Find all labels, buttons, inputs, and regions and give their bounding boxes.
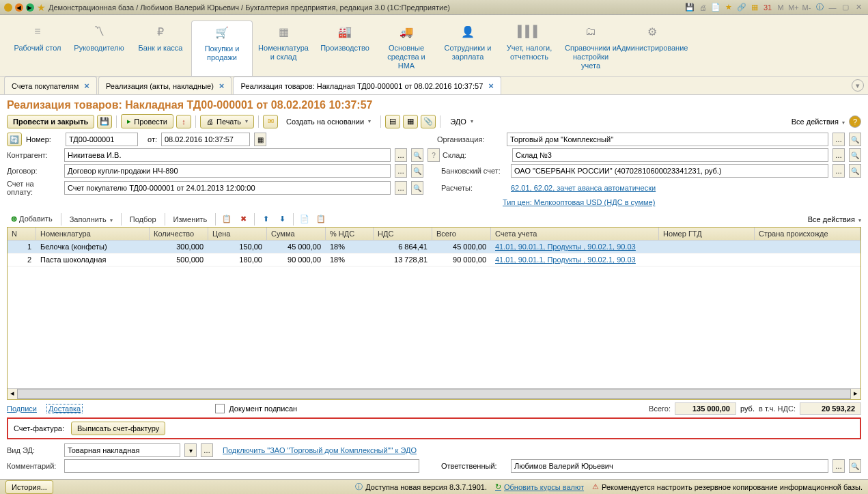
tab-0[interactable]: Счета покупателям× xyxy=(4,77,97,94)
fill-button[interactable]: Заполнить ▾ xyxy=(66,213,117,225)
ed-input[interactable] xyxy=(64,443,180,457)
org-input[interactable] xyxy=(507,133,828,146)
tab-close-icon[interactable]: × xyxy=(84,81,89,91)
mail-button[interactable]: ✉ xyxy=(263,115,278,128)
delivery-link[interactable]: Доставка xyxy=(46,404,83,413)
nav-tax[interactable]: ▌▌▌Учет, налоги, отчетность xyxy=(499,20,560,76)
attach-button[interactable]: 📎 xyxy=(421,115,436,128)
dropdown-button[interactable]: ▾ xyxy=(184,443,197,457)
mminus-btn[interactable]: M- xyxy=(801,2,812,13)
search-button[interactable]: 🔍 xyxy=(849,459,861,473)
save-button[interactable]: 💾 xyxy=(97,115,112,128)
col-nom[interactable]: Номенклатура xyxy=(36,228,150,240)
nav-stock[interactable]: ▦Номенклатура и склад xyxy=(253,20,314,76)
signed-checkbox[interactable] xyxy=(215,404,225,413)
counter-input[interactable] xyxy=(64,148,391,162)
search-button[interactable]: 🔍 xyxy=(849,133,861,146)
accounts-link[interactable]: 41.01, 90.01.1, Продукты , 90.02.1, 90.0… xyxy=(495,256,636,264)
col-vat[interactable]: НДС xyxy=(374,228,432,240)
select-button[interactable]: … xyxy=(832,133,845,146)
select-button[interactable]: … xyxy=(395,148,407,162)
invoice-input[interactable] xyxy=(64,181,391,195)
col-vatpct[interactable]: % НДС xyxy=(326,228,374,240)
comment-input[interactable] xyxy=(64,459,419,473)
tab-close-icon[interactable]: × xyxy=(488,81,494,91)
nav-sales[interactable]: 🛒Покупки и продажи xyxy=(191,20,253,76)
tab-close-icon[interactable]: × xyxy=(219,81,225,91)
post-button[interactable]: ▸Провести xyxy=(121,114,173,128)
tabs-menu-icon[interactable]: ▾ xyxy=(852,79,864,92)
h-scrollbar[interactable]: ◂▸ xyxy=(8,388,860,399)
edo-button[interactable]: ЭДО▾ xyxy=(445,115,479,128)
signatures-link[interactable]: Подписи xyxy=(7,404,37,413)
col-sum[interactable]: Сумма xyxy=(267,228,326,240)
select-button[interactable]: … xyxy=(395,181,407,195)
nav-desktop[interactable]: ≡Рабочий стол xyxy=(7,20,68,76)
back-icon[interactable]: ◄ xyxy=(15,3,23,12)
create-invoice-button[interactable]: Выписать счет-фактуру xyxy=(71,422,165,435)
select-button[interactable]: … xyxy=(395,164,407,178)
link-icon[interactable]: 🔗 xyxy=(736,2,747,13)
grid-body[interactable]: 1 Белочка (конфеты) 300,000 150,00 45 00… xyxy=(8,241,860,388)
tab-2[interactable]: Реализация товаров: Накладная ТД00-00000… xyxy=(233,77,501,94)
list-button[interactable]: ▦ xyxy=(403,115,418,128)
nav-manager[interactable]: 〽Руководителю xyxy=(68,20,130,76)
save-icon[interactable]: 💾 xyxy=(684,2,695,13)
table-row[interactable]: 1 Белочка (конфеты) 300,000 150,00 45 00… xyxy=(8,241,860,253)
col-n[interactable]: N xyxy=(8,228,36,240)
col-price[interactable]: Цена xyxy=(208,228,267,240)
paste-button[interactable]: 📋 xyxy=(314,213,328,225)
search-button[interactable]: 🔍 xyxy=(411,148,423,162)
forward-icon[interactable]: ► xyxy=(26,3,34,12)
price-type-link[interactable]: Тип цен: Мелкооптовая USD (НДС в сумме) xyxy=(503,198,655,206)
copy-button[interactable]: 📋 xyxy=(220,213,234,225)
store-input[interactable] xyxy=(512,148,828,162)
select-button[interactable]: … xyxy=(832,148,845,162)
history-button[interactable]: История... xyxy=(5,480,53,494)
resp-input[interactable] xyxy=(511,459,828,473)
date-input[interactable] xyxy=(161,133,250,146)
info-icon[interactable]: ⓘ xyxy=(814,2,825,13)
contract-input[interactable] xyxy=(64,164,391,178)
table-row[interactable]: 2 Паста шоколадная 500,000 180,00 90 000… xyxy=(8,253,860,266)
post-close-button[interactable]: Провести и закрыть xyxy=(7,115,94,128)
number-input[interactable] xyxy=(66,133,138,146)
rates-link[interactable]: ↻Обновить курсы валют xyxy=(495,482,584,491)
search-button[interactable]: 🔍 xyxy=(849,148,861,162)
help-icon[interactable]: ? xyxy=(849,115,861,128)
select-button[interactable]: … xyxy=(832,459,845,473)
col-acc[interactable]: Счета учета xyxy=(491,228,659,240)
copy2-button[interactable]: 📄 xyxy=(298,213,311,225)
print-icon[interactable]: 🖨 xyxy=(697,2,708,13)
print-button[interactable]: 🖨 Печать▾ xyxy=(200,115,254,128)
col-total[interactable]: Всего xyxy=(432,228,491,240)
col-gtd[interactable]: Номер ГТД xyxy=(659,228,755,240)
bank-input[interactable] xyxy=(511,164,828,178)
nav-admin[interactable]: ⚙Администрирование xyxy=(621,20,683,76)
nav-refs[interactable]: 🗂Справочники и настройки учета xyxy=(560,20,621,76)
all-actions-button[interactable]: Все действия ▾ xyxy=(808,215,861,223)
calendar-icon[interactable]: 31 xyxy=(762,2,773,13)
all-actions-button[interactable]: Все действия ▾ xyxy=(792,118,845,126)
add-button[interactable]: ⊕ Добавить xyxy=(7,212,57,225)
select-button[interactable]: Подбор xyxy=(126,213,160,225)
calc-link[interactable]: 62.01, 62.02, зачет аванса автоматически xyxy=(511,184,656,192)
nav-bank[interactable]: ₽Банк и касса xyxy=(130,20,191,76)
calc-icon[interactable]: ▦ xyxy=(749,2,760,13)
delete-button[interactable]: ✖ xyxy=(236,213,250,225)
col-qty[interactable]: Количество xyxy=(150,228,208,240)
create-base-button[interactable]: Создать на основании▾ xyxy=(281,115,376,128)
accounts-link[interactable]: 41.01, 90.01.1, Продукты , 90.02.1, 90.0… xyxy=(495,243,636,251)
refresh-button[interactable]: 🔄 xyxy=(7,133,22,146)
doc-icon[interactable]: 📄 xyxy=(710,2,721,13)
change-button[interactable]: Изменить xyxy=(169,213,212,225)
search-button[interactable]: 🔍 xyxy=(849,164,861,178)
nav-hr[interactable]: 👤Сотрудники и зарплата xyxy=(437,20,499,76)
calendar-button[interactable]: ▦ xyxy=(254,133,266,146)
mplus-btn[interactable]: M+ xyxy=(788,2,799,13)
minimize-icon[interactable]: — xyxy=(827,2,838,13)
select-button[interactable]: … xyxy=(201,443,213,457)
m-btn[interactable]: M xyxy=(775,2,786,13)
star-icon[interactable]: ★ xyxy=(723,2,734,13)
move-down-button[interactable]: ⬇ xyxy=(275,213,289,225)
